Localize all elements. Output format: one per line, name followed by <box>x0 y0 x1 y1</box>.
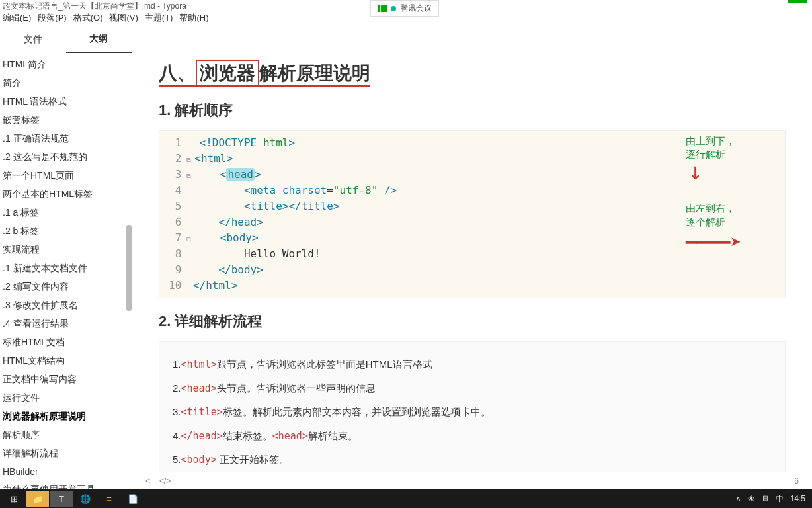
tencent-meeting-badge[interactable]: 腾讯会议 <box>370 0 439 17</box>
taskbar-app-chrome[interactable]: 🌐 <box>74 491 97 507</box>
arrow-down-icon: ↓ <box>688 165 772 177</box>
tray-chevron-icon[interactable]: ∧ <box>735 494 741 503</box>
outline-item[interactable]: .3 修改文件扩展名 <box>0 296 132 315</box>
menu-help[interactable]: 帮助(H) <box>179 12 208 26</box>
heading-2-flow: 2. 详细解析流程 <box>159 312 786 331</box>
outline-item[interactable]: 详细解析流程 <box>0 444 132 463</box>
detail-step: 3.<title>标签。解析此元素内部文本内容，并设置到浏览器选项卡中。 <box>173 400 772 424</box>
code-block-parse-order: 12345678910 <!DOCTYPE html> ⊟<html> ⊟ <h… <box>159 130 786 298</box>
outline-item[interactable]: 两个基本的HTML标签 <box>0 185 132 204</box>
detail-step: 1.<html>跟节点，告诉浏览器此标签里面是HTML语言格式 <box>173 353 772 376</box>
editor-content[interactable]: 八、浏览器解析原理说明 1. 解析顺序 12345678910 <!DOCTYP… <box>132 26 812 496</box>
outline-item[interactable]: HTML文档结构 <box>0 352 132 370</box>
taskbar-app-notepad[interactable]: 📄 <box>122 491 144 507</box>
tab-outline[interactable]: 大纲 <box>66 26 132 53</box>
taskbar-app-typora[interactable]: T <box>50 491 73 507</box>
outline-item[interactable]: 运行文件 <box>0 389 132 407</box>
status-bar: < </> 6 <box>139 472 805 489</box>
outline-item[interactable]: 实现流程 <box>0 241 132 259</box>
start-button[interactable]: ⊞ <box>3 491 25 507</box>
outline-item[interactable]: HTML 语法格式 <box>0 93 132 111</box>
outline-item[interactable]: 第一个HTML页面 <box>0 167 132 185</box>
outline-list[interactable]: HTML简介简介HTML 语法格式嵌套标签.1 正确语法规范.2 这么写是不规范… <box>0 53 132 496</box>
window-control-hint <box>788 0 807 3</box>
sidebar: 文件 大纲 HTML简介简介HTML 语法格式嵌套标签.1 正确语法规范.2 这… <box>0 26 132 496</box>
heading-2-order: 1. 解析顺序 <box>159 101 786 120</box>
taskbar[interactable]: ⊞ 📁 T 🌐 ≡ 📄 ∧ ❀ 🖥 中 14:5 <box>0 489 812 508</box>
outline-item[interactable]: 解析顺序 <box>0 426 132 444</box>
status-dot-icon <box>391 6 396 11</box>
menu-paragraph[interactable]: 段落(P) <box>38 12 66 26</box>
back-button[interactable]: < <box>145 476 150 486</box>
outline-item[interactable]: 标准HTML文档 <box>0 333 132 352</box>
system-tray[interactable]: ∧ ❀ 🖥 中 14:5 <box>735 493 809 505</box>
detail-step: 5.<body> 正文开始标签。 <box>173 448 772 472</box>
outline-item[interactable]: HBuilder <box>0 463 132 480</box>
line-numbers: 12345678910 <box>163 135 186 294</box>
tencent-label: 腾讯会议 <box>400 3 432 14</box>
clock[interactable]: 14:5 <box>790 494 805 503</box>
taskbar-app-explorer[interactable]: 📁 <box>26 491 49 507</box>
outline-item[interactable]: .2 b 标签 <box>0 222 132 241</box>
tray-monitor-icon[interactable]: 🖥 <box>761 494 769 503</box>
page-indicator: 6 <box>794 476 799 486</box>
sidebar-tabs: 文件 大纲 <box>0 26 132 53</box>
outline-item[interactable]: .4 查看运行结果 <box>0 315 132 333</box>
tray-flower-icon[interactable]: ❀ <box>748 494 754 503</box>
toggle-source-button[interactable]: </> <box>159 476 171 486</box>
detail-step: 2.<head>头节点。告诉浏览器一些声明的信息 <box>173 376 772 400</box>
parse-annotation: 由上到下， 逐行解析 ↓ 由左到右， 逐个解析 ━━━━➤ <box>686 135 772 253</box>
outline-item[interactable]: .1 正确语法规范 <box>0 130 132 148</box>
outline-item[interactable]: .1 新建文本文档文件 <box>0 259 132 278</box>
outline-item[interactable]: .1 a 标签 <box>0 204 132 222</box>
outline-item[interactable]: .2 编写文件内容 <box>0 278 132 296</box>
outline-item[interactable]: 简介 <box>0 74 132 93</box>
ime-indicator[interactable]: 中 <box>776 493 784 505</box>
tab-files[interactable]: 文件 <box>0 27 66 52</box>
heading-1: 八、浏览器解析原理说明 <box>159 60 786 87</box>
scrollbar-thumb[interactable] <box>126 225 132 311</box>
taskbar-app-sublime[interactable]: ≡ <box>98 491 120 507</box>
outline-item[interactable]: 嵌套标签 <box>0 111 132 130</box>
detail-step: 4.</head>结束标签。<head>解析结束。 <box>173 424 772 448</box>
arrow-right-icon: ━━━━➤ <box>686 232 772 253</box>
outline-item[interactable]: 正文档中编写内容 <box>0 370 132 389</box>
outline-item[interactable]: .2 这么写是不规范的 <box>0 148 132 167</box>
menu-edit[interactable]: 编辑(E) <box>3 12 31 26</box>
menu-view[interactable]: 视图(V) <box>109 12 138 26</box>
signal-icon <box>378 5 387 12</box>
outline-item[interactable]: 浏览器解析原理说明 <box>0 407 132 426</box>
code-body: <!DOCTYPE html> ⊟<html> ⊟ <head> <meta c… <box>186 135 397 294</box>
menu-theme[interactable]: 主题(T) <box>145 12 173 26</box>
outline-item[interactable]: HTML简介 <box>0 56 132 74</box>
menu-format[interactable]: 格式(O) <box>73 12 103 26</box>
highlighted-term: 浏览器 <box>196 60 259 87</box>
